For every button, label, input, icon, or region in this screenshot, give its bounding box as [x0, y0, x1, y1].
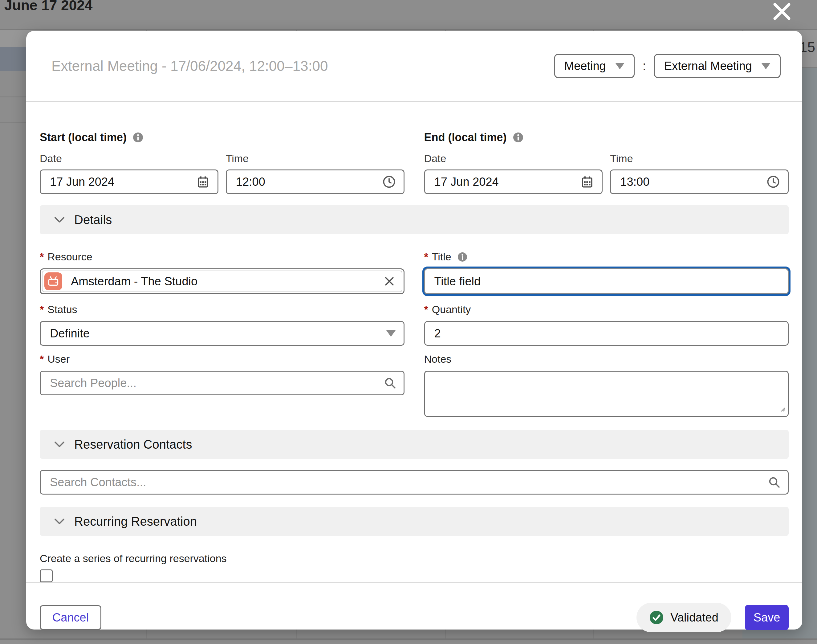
section-details[interactable]: Details [40, 205, 789, 234]
notes-label-row: Notes [424, 353, 789, 365]
info-icon[interactable] [133, 132, 143, 143]
end-label-row: End (local time) [424, 131, 789, 144]
clock-icon[interactable] [767, 175, 780, 188]
user-search-input[interactable] [40, 371, 405, 395]
start-time-value: 12:00 [236, 175, 265, 189]
end-date-time-pair: Date 17 Jun 2024 [424, 153, 789, 194]
recurring-checkbox[interactable] [40, 569, 53, 583]
end-date-value: 17 Jun 2024 [434, 175, 499, 189]
start-date-label: Date [40, 153, 218, 164]
quantity-label: Quantity [432, 304, 471, 316]
status-value: Definite [50, 327, 90, 340]
calendar-icon[interactable] [196, 175, 210, 188]
start-date-value: 17 Jun 2024 [50, 175, 114, 189]
contacts-search-wrap [40, 470, 789, 495]
notes-field: Notes [424, 346, 789, 418]
resource-label-row: * Resource [40, 251, 405, 263]
resource-label: Resource [48, 251, 92, 263]
check-circle-icon [649, 610, 664, 625]
status-select[interactable]: Definite [40, 321, 405, 346]
meeting-type-select[interactable]: Meeting [554, 54, 635, 78]
close-button[interactable] [771, 1, 793, 23]
user-label-row: * User [40, 353, 405, 365]
quantity-input[interactable] [424, 321, 789, 346]
section-recurring-reservation-label: Recurring Reservation [74, 515, 197, 529]
dialog-title: External Meeting - 17/06/2024, 12:00–13:… [51, 58, 328, 74]
title-field: * Title [424, 234, 789, 294]
resize-grip-icon[interactable] [779, 405, 786, 413]
start-time-label: Time [226, 153, 405, 164]
start-label: Start (local time) [40, 131, 127, 144]
search-icon[interactable] [383, 377, 397, 389]
notes-input[interactable] [424, 371, 789, 417]
start-date-input[interactable]: 17 Jun 2024 [40, 169, 218, 194]
title-label-row: * Title [424, 251, 789, 263]
end-date-label: Date [424, 153, 603, 164]
caret-down-icon [386, 330, 395, 337]
type-selects: Meeting : External Meeting [554, 54, 781, 78]
info-icon[interactable] [513, 132, 523, 143]
calendar-icon[interactable] [581, 175, 594, 188]
recurring-checkbox-label: Create a series of recurring reservation… [40, 552, 789, 564]
start-label-row: Start (local time) [40, 131, 405, 144]
type-separator: : [643, 59, 646, 73]
status-label: Status [48, 304, 77, 316]
end-time-input[interactable]: 13:00 [610, 169, 789, 194]
quantity-label-row: * Quantity [424, 304, 789, 316]
clock-icon[interactable] [383, 175, 395, 188]
end-date-input[interactable]: 17 Jun 2024 [424, 169, 603, 194]
save-button[interactable]: Save [745, 605, 789, 630]
reservation-dialog: External Meeting - 17/06/2024, 12:00–13:… [26, 31, 802, 630]
user-field: * User [40, 346, 405, 418]
quantity-field: * Quantity [424, 294, 789, 346]
dialog-footer: Cancel Validated Save [26, 583, 802, 644]
calendar-date-heading: June 17 2024 [4, 0, 92, 14]
required-asterisk: * [40, 353, 44, 365]
datetime-row: Start (local time) Date 17 Jun 2024 [40, 131, 789, 194]
calendar-gridline [0, 29, 817, 30]
end-time-cell: Time 13:00 [610, 153, 789, 194]
title-input[interactable] [424, 268, 789, 294]
dialog-header: External Meeting - 17/06/2024, 12:00–13:… [26, 31, 802, 102]
user-search-wrap [40, 371, 405, 395]
section-recurring-reservation[interactable]: Recurring Reservation [40, 507, 789, 536]
caret-down-icon [761, 63, 771, 69]
clear-icon [383, 275, 395, 287]
clear-resource-button[interactable] [383, 275, 395, 287]
resource-value: Amsterdam - The Studio [71, 275, 375, 288]
end-time-label: Time [610, 153, 789, 164]
info-icon[interactable] [457, 252, 468, 262]
end-time-value: 13:00 [620, 175, 649, 189]
meeting-subtype-value: External Meeting [664, 60, 752, 73]
notes-wrap [424, 371, 789, 418]
title-label: Title [432, 251, 451, 263]
validated-badge: Validated [636, 603, 731, 632]
search-icon[interactable] [768, 476, 781, 489]
details-form-grid: * Resource Amsterdam - The Studio [40, 234, 789, 418]
start-group: Start (local time) Date 17 Jun 2024 [40, 131, 405, 194]
close-icon [772, 1, 792, 21]
chevron-down-icon [54, 441, 65, 448]
validated-label: Validated [670, 611, 719, 624]
start-time-input[interactable]: 12:00 [226, 169, 405, 194]
status-label-row: * Status [40, 304, 405, 316]
tv-icon [44, 272, 62, 290]
start-date-time-pair: Date 17 Jun 2024 [40, 153, 405, 194]
end-group: End (local time) Date 17 Jun 2024 [424, 131, 789, 194]
contacts-search-input[interactable] [40, 470, 789, 495]
start-date-cell: Date 17 Jun 2024 [40, 153, 218, 194]
dialog-body: Start (local time) Date 17 Jun 2024 [26, 102, 802, 583]
required-asterisk: * [40, 304, 44, 316]
section-reservation-contacts[interactable]: Reservation Contacts [40, 430, 789, 459]
status-field: * Status Definite [40, 294, 405, 346]
cancel-button[interactable]: Cancel [40, 605, 101, 630]
required-asterisk: * [40, 251, 44, 263]
resource-input[interactable]: Amsterdam - The Studio [40, 268, 405, 294]
chevron-down-icon [54, 518, 65, 525]
notes-label: Notes [424, 353, 452, 365]
end-label: End (local time) [424, 131, 507, 144]
user-label: User [48, 353, 70, 365]
end-date-cell: Date 17 Jun 2024 [424, 153, 603, 194]
required-asterisk: * [424, 251, 428, 263]
meeting-subtype-select[interactable]: External Meeting [654, 54, 781, 78]
